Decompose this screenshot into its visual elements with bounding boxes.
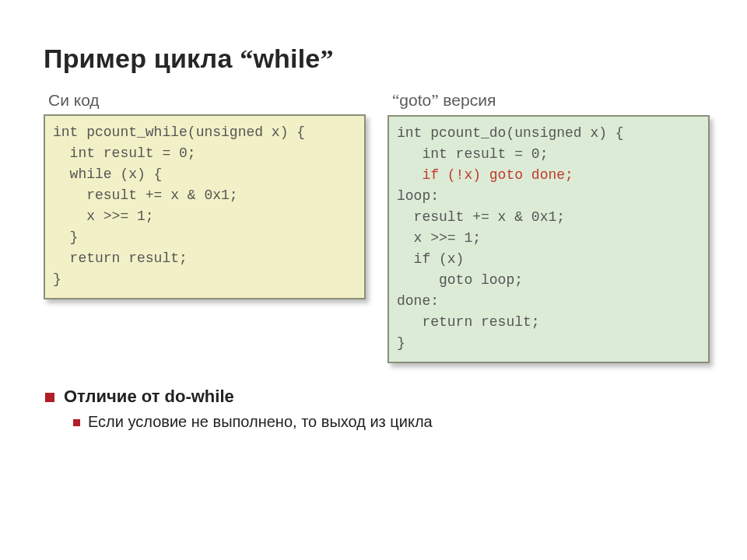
left-code-box: int pcount_while(unsigned x) { int resul… — [44, 114, 366, 299]
title-keyword: while — [253, 44, 320, 73]
left-heading: Си код — [48, 91, 366, 110]
quote-close-icon: ” — [431, 91, 438, 110]
bullet1-text: Отличие от do-while — [64, 387, 234, 407]
quote-open-icon: “ — [240, 44, 253, 73]
bullet-level2: Если условие не выполнено, то выход из ц… — [73, 413, 710, 431]
right-code-box: int pcount_do(unsigned x) { int result =… — [388, 115, 710, 363]
bullet-level1: Отличие от do-while — [45, 387, 710, 407]
square-bullet-icon — [45, 393, 54, 402]
bullet-list: Отличие от do-while Если условие не выпо… — [44, 387, 710, 431]
title-text: Пример цикла — [44, 44, 240, 73]
left-column: Си код int pcount_while(unsigned x) { in… — [44, 91, 366, 299]
left-code: int pcount_while(unsigned x) { int resul… — [53, 124, 305, 287]
quote-close-icon: ” — [320, 44, 333, 73]
right-heading: “goto” версия — [392, 91, 710, 110]
square-bullet-small-icon — [73, 419, 80, 426]
bullet2-text: Если условие не выполнено, то выход из ц… — [88, 413, 433, 431]
columns: Си код int pcount_while(unsigned x) { in… — [44, 91, 710, 363]
right-code-highlight: if (!x) goto done; — [422, 167, 573, 183]
quote-open-icon: “ — [392, 91, 399, 110]
right-heading-rest: версия — [439, 91, 496, 109]
slide-title: Пример цикла “while” — [44, 44, 710, 74]
slide: Пример цикла “while” Си код int pcount_w… — [0, 0, 747, 560]
right-column: “goto” версия int pcount_do(unsigned x) … — [388, 91, 710, 363]
right-code-post: loop: result += x & 0x1; x >>= 1; if (x)… — [397, 188, 565, 351]
right-heading-keyword: goto — [399, 91, 431, 109]
